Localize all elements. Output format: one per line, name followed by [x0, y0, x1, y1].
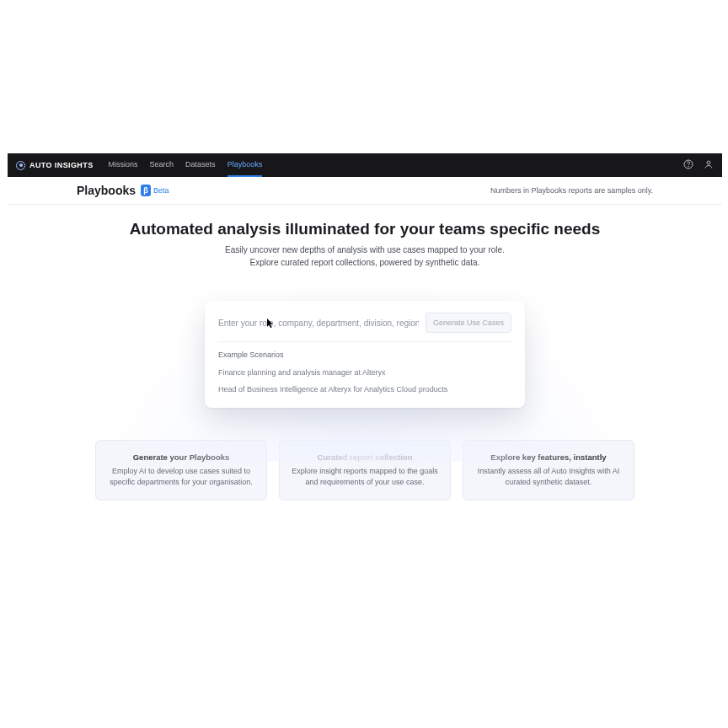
feature-card-curated: Curated report collection Explore insigh… — [279, 440, 451, 500]
brand-logo-icon — [16, 161, 25, 170]
feature-card-desc: Explore insight reports mapped to the go… — [290, 466, 440, 488]
feature-card-desc: Employ AI to develop use cases suited to… — [106, 466, 256, 488]
feature-card-explore: Explore key features, instantly Instantl… — [463, 440, 634, 500]
feature-card-title: Generate your Playbooks — [106, 452, 256, 462]
hero-subtitle-line1: Easily uncover new depths of analysis wi… — [8, 244, 722, 256]
top-nav-bar: AUTO INSIGHTS Missions Search Datasets P… — [8, 153, 722, 177]
nav-item-search[interactable]: Search — [150, 153, 174, 177]
hero-title: Automated analysis illuminated for your … — [8, 220, 722, 238]
brand: AUTO INSIGHTS — [16, 161, 94, 170]
page-title: Playbooks — [77, 184, 136, 197]
nav-item-playbooks[interactable]: Playbooks — [228, 153, 263, 177]
svg-point-1 — [688, 166, 689, 167]
generate-use-cases-button[interactable]: Generate Use Cases — [426, 313, 511, 333]
beta-badge-label: Beta — [153, 186, 169, 195]
feature-card-desc: Instantly assess all of Auto Insights wi… — [474, 466, 624, 488]
page-header: Playbooks β Beta Numbers in Playbooks re… — [8, 177, 722, 205]
hero-section: Automated analysis illuminated for your … — [8, 205, 722, 277]
feature-card-title: Curated report collection — [290, 452, 440, 462]
user-icon[interactable] — [704, 159, 714, 171]
svg-point-2 — [707, 161, 710, 164]
feature-card-title: Explore key features, instantly — [474, 452, 624, 462]
feature-cards-row: Generate your Playbooks Employ AI to dev… — [95, 440, 634, 500]
example-scenario-2[interactable]: Head of Business Intelligence at Alteryx… — [218, 381, 511, 398]
beta-badge-icon: β — [141, 185, 151, 196]
nav-item-missions[interactable]: Missions — [109, 153, 138, 177]
beta-badge: β Beta — [141, 185, 169, 196]
feature-card-generate: Generate your Playbooks Employ AI to dev… — [95, 440, 267, 500]
examples-label: Example Scenarios — [218, 351, 511, 359]
role-input[interactable] — [218, 318, 419, 328]
prompt-card: Generate Use Cases Example Scenarios Fin… — [205, 301, 525, 408]
brand-label: AUTO INSIGHTS — [29, 161, 94, 169]
header-note: Numbers in Playbooks reports are samples… — [490, 186, 653, 195]
main-nav: Missions Search Datasets Playbooks — [109, 153, 263, 177]
help-icon[interactable] — [683, 159, 693, 171]
nav-item-datasets[interactable]: Datasets — [185, 153, 216, 177]
hero-subtitle-line2: Explore curated report collections, powe… — [8, 256, 722, 269]
example-scenario-1[interactable]: Finance planning and analysis manager at… — [218, 364, 511, 381]
